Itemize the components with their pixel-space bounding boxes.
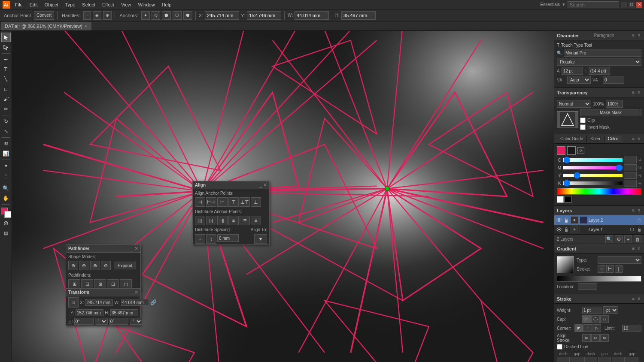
layer-2-visibility[interactable] xyxy=(556,217,562,223)
transform-close[interactable]: ✕ xyxy=(134,290,138,295)
hand-tool[interactable]: ✋ xyxy=(1,193,11,203)
layers-menu-icon[interactable]: ≡ xyxy=(631,208,635,213)
x-field[interactable] xyxy=(85,299,113,306)
y-coord-field[interactable] xyxy=(247,11,281,20)
align-hcenter-btn[interactable]: ⊢⊣ xyxy=(206,197,216,207)
essentials-dropdown-icon[interactable]: ▼ xyxy=(562,2,566,7)
dist-right-btn[interactable]: ·|| xyxy=(217,216,228,225)
gradient-location-field[interactable] xyxy=(578,283,597,290)
kuler-tab[interactable]: Kuler xyxy=(587,136,604,142)
align-panel-minimize[interactable]: _ xyxy=(259,183,262,188)
align-right-btn[interactable]: ⊢ xyxy=(217,197,228,207)
transparency-header[interactable]: Transparency ≡ ✕ xyxy=(554,88,644,97)
window-minimize-button[interactable]: — xyxy=(621,2,627,8)
menu-file[interactable]: File xyxy=(12,1,26,8)
gradient-preview[interactable] xyxy=(557,256,574,273)
trim-btn[interactable]: ⊟ xyxy=(81,279,93,289)
black-swatch[interactable] xyxy=(565,196,571,203)
type-tool[interactable]: T xyxy=(1,65,11,74)
none-color-btn[interactable]: ⊘ xyxy=(577,147,584,154)
expand-button[interactable]: Expand xyxy=(114,262,136,269)
color-tab[interactable]: Color xyxy=(605,136,622,142)
selection-tool[interactable] xyxy=(1,33,11,42)
x-coord-field[interactable] xyxy=(205,11,239,20)
blend-mode-select[interactable]: Normal xyxy=(557,100,591,108)
magenta-value[interactable] xyxy=(624,164,637,171)
rotation-unit-select[interactable]: ° xyxy=(95,318,108,325)
search-input[interactable] xyxy=(568,1,619,8)
align-center-btn[interactable]: ⊕ xyxy=(582,334,591,342)
layer-1-expand[interactable] xyxy=(571,226,578,233)
font-size-field[interactable] xyxy=(562,67,583,75)
stroke-menu-icon[interactable]: ≡ xyxy=(631,296,635,302)
space-horiz-btn[interactable]: ↔ xyxy=(195,234,205,244)
space-vert-btn[interactable]: ↕ xyxy=(206,234,216,244)
color-guide-header[interactable]: Color Guide Kuler Color ≡ ✕ xyxy=(554,134,644,144)
dash-1-field[interactable] xyxy=(557,357,570,362)
stroke-grad-btn-3[interactable]: | xyxy=(615,265,623,273)
menu-select[interactable]: Select xyxy=(79,1,98,8)
clip-checkbox[interactable] xyxy=(580,118,586,123)
limit-field[interactable] xyxy=(622,325,641,332)
color-swatch-area[interactable] xyxy=(1,208,11,218)
anchor-btn-3[interactable]: ⬟ xyxy=(162,11,171,20)
menu-object[interactable]: Object xyxy=(42,1,61,8)
transform-origin-selector[interactable]: ⊡ xyxy=(68,297,79,308)
none-swatch[interactable]: ⊘ xyxy=(1,218,11,228)
handle-btn-1[interactable]: ⬝ xyxy=(83,11,91,20)
align-inside-btn[interactable]: ⊖ xyxy=(591,334,600,342)
anchor-btn-4[interactable]: ⬡ xyxy=(173,11,182,20)
crop-btn[interactable]: ⊡ xyxy=(107,279,119,289)
gradient-bar[interactable] xyxy=(557,276,641,282)
cyan-slider[interactable] xyxy=(563,158,623,162)
layer-2-lock[interactable] xyxy=(563,217,569,223)
stroke-color-swatch[interactable] xyxy=(567,146,576,155)
eyedropper-tool[interactable]: ✦ xyxy=(1,161,11,171)
pencil-tool[interactable]: ✏ xyxy=(1,104,11,114)
constrain-proportions-icon[interactable]: 🔗 xyxy=(150,299,157,305)
weight-field[interactable] xyxy=(582,307,601,314)
character-panel-header[interactable]: Character Paragraph ≡ ✕ xyxy=(554,31,644,40)
stroke-grad-btn-2[interactable]: ⊢ xyxy=(606,265,614,273)
layer-make-clip-btn[interactable]: ⊕ xyxy=(615,235,623,243)
h-coord-field[interactable] xyxy=(341,11,376,20)
anchor-btn-5[interactable]: ⬢ xyxy=(183,11,192,20)
round-cap-btn[interactable]: ◯ xyxy=(591,315,600,323)
align-left-btn[interactable]: ⊣ xyxy=(195,197,205,207)
anchor-btn-1[interactable]: ✦ xyxy=(141,11,150,20)
gap-3-field[interactable] xyxy=(626,357,638,362)
active-color-swatch[interactable] xyxy=(557,146,565,155)
color-close-icon[interactable]: ✕ xyxy=(636,136,641,142)
scale-tool[interactable]: ⤡ xyxy=(1,127,11,136)
paragraph-tab[interactable]: Paragraph xyxy=(594,33,632,38)
menu-help[interactable]: Help xyxy=(159,1,175,8)
transform-minimize[interactable]: _ xyxy=(131,290,133,295)
align-bottom-btn[interactable]: ⊥ xyxy=(251,197,261,207)
dist-top-btn[interactable]: ≡ xyxy=(228,216,239,225)
pathfinder-header[interactable]: Pathfinder _ ✕ xyxy=(66,245,140,253)
shear-unit-select[interactable]: ° xyxy=(130,318,143,325)
gradient-menu-icon[interactable]: ≡ xyxy=(631,246,635,251)
dist-vcenter-btn[interactable]: ≣ xyxy=(240,216,250,225)
handle-btn-3[interactable]: ⊕ xyxy=(103,11,112,20)
divide-btn[interactable]: ⊞ xyxy=(68,279,80,289)
make-mask-button[interactable]: Make Mask xyxy=(580,109,641,116)
spacing-value-field[interactable] xyxy=(217,234,239,242)
warp-tool[interactable]: ≋ xyxy=(1,139,11,148)
direct-selection-tool[interactable] xyxy=(1,42,11,52)
menu-view[interactable]: View xyxy=(118,1,134,8)
cyan-value[interactable] xyxy=(624,157,637,163)
window-close-button[interactable]: ✕ xyxy=(636,2,642,8)
window-maximize-button[interactable]: □ xyxy=(629,2,635,8)
tracking-field[interactable] xyxy=(603,76,624,84)
gradient-header[interactable]: Gradient ≡ ✕ xyxy=(554,244,644,253)
stroke-close-icon[interactable]: ✕ xyxy=(636,296,641,302)
kerning-select[interactable]: Auto xyxy=(567,76,591,84)
align-panel-header[interactable]: Align _ ✕ xyxy=(193,181,269,189)
align-to-dropdown-btn[interactable]: ▼ xyxy=(254,234,267,244)
menu-edit[interactable]: Edit xyxy=(27,1,41,8)
panel-close-icon[interactable]: ✕ xyxy=(636,33,641,38)
transform-header[interactable]: Transform _ ✕ xyxy=(66,289,140,296)
line-tool[interactable]: ╲ xyxy=(1,75,11,84)
merge-btn[interactable]: ⊠ xyxy=(94,279,106,289)
